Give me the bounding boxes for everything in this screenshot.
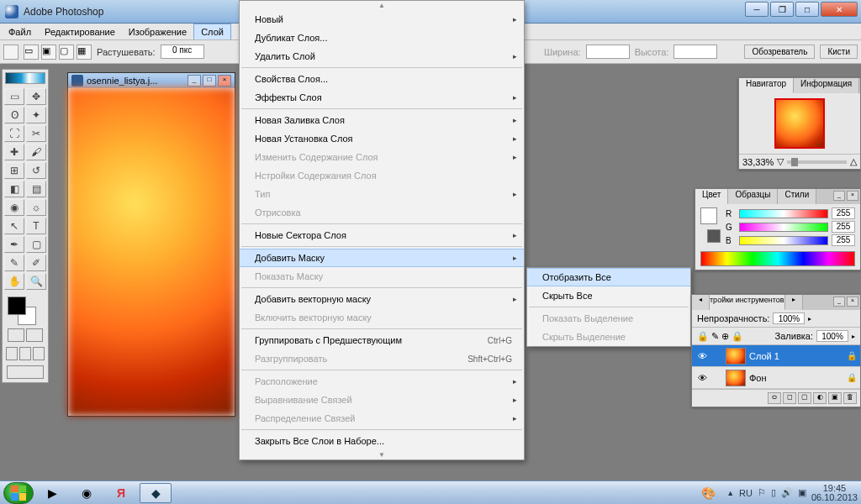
close-button[interactable]: ✕ — [821, 2, 858, 17]
tool-dodge[interactable]: ☼ — [26, 199, 46, 216]
colour-value[interactable]: 255 — [832, 207, 855, 219]
tool-type[interactable]: T — [26, 218, 46, 234]
opt-sel-rect[interactable]: ▭ — [24, 45, 39, 60]
panel-close[interactable]: × — [847, 191, 858, 201]
tray-lang[interactable]: RU — [739, 488, 753, 498]
tool-history[interactable]: ↺ — [26, 162, 46, 179]
doc-close[interactable]: × — [218, 75, 231, 87]
menu-item[interactable]: Группировать с ПредшествующимCtrl+G — [240, 331, 524, 349]
maximize-button[interactable]: □ — [795, 2, 819, 17]
tab-tool-opts[interactable]: тройки инструментов — [710, 295, 785, 310]
width-field[interactable] — [586, 45, 630, 59]
menu-edit[interactable]: Редактирование — [38, 24, 122, 39]
tool-stamp[interactable]: ⊞ — [4, 162, 24, 179]
jump-to-ir[interactable] — [7, 365, 44, 379]
menu-layer[interactable]: Слой — [193, 24, 231, 39]
height-field[interactable] — [673, 45, 717, 59]
colour-spectrum[interactable] — [700, 251, 855, 266]
tray-vol-icon[interactable]: 🔊 — [781, 487, 793, 498]
colour-swatches[interactable] — [6, 295, 45, 323]
tool-lasso[interactable]: ʘ — [4, 107, 24, 123]
tab-browser[interactable]: Обозреватель — [744, 45, 815, 59]
menu-image[interactable]: Изображение — [122, 24, 193, 39]
colour-slider[interactable] — [739, 223, 828, 232]
system-tray[interactable]: ▲ RU ⚐ ▯ 🔊 ▣ 19:45 06.10.2013 — [726, 484, 858, 502]
menu-scroll-down[interactable]: ▼ — [240, 450, 524, 459]
submenu-item[interactable]: Отобразить Все — [527, 268, 690, 286]
tool-blur[interactable]: ◉ — [4, 199, 24, 216]
tab-brushes[interactable]: Кисти — [820, 45, 858, 59]
zoom-out-icon[interactable]: ▽ — [777, 156, 784, 167]
tool-pen[interactable]: ✒ — [4, 236, 24, 253]
fg-swatch[interactable] — [8, 297, 26, 315]
menu-item[interactable]: Дубликат Слоя... — [240, 29, 524, 47]
tool-zoom[interactable]: 🔍 — [26, 273, 46, 290]
tab-styles[interactable]: Стили — [778, 189, 816, 204]
layer-mask-btn[interactable]: ◻ — [783, 392, 796, 404]
menu-item[interactable]: Эффекты Слоя — [240, 88, 524, 107]
tool-eraser[interactable]: ◧ — [4, 181, 24, 197]
tab-prev[interactable]: ◂ — [692, 295, 710, 310]
tool-shape[interactable]: ▢ — [26, 236, 46, 253]
tool-heal[interactable]: ✚ — [4, 144, 24, 160]
panel-close2[interactable]: × — [847, 297, 858, 307]
visibility-icon[interactable]: 👁 — [695, 349, 709, 363]
visibility-icon[interactable]: 👁 — [695, 371, 709, 385]
tool-eyedrop[interactable]: ✐ — [26, 255, 46, 271]
layer-row[interactable]: 👁Фон🔒 — [692, 367, 860, 389]
tray-clock[interactable]: 19:45 06.10.2013 — [811, 484, 858, 502]
colour-slider[interactable] — [739, 209, 828, 218]
colour-value[interactable]: 255 — [832, 221, 855, 233]
panel-min[interactable]: _ — [833, 191, 845, 201]
layer-new-btn[interactable]: ▣ — [828, 392, 842, 404]
layer-style-btn[interactable]: ѻ — [768, 392, 781, 404]
canvas[interactable] — [68, 88, 235, 416]
taskbar-media[interactable]: ▶ — [36, 483, 68, 503]
start-button[interactable] — [3, 482, 34, 504]
doc-max[interactable]: □ — [203, 75, 216, 87]
tool-path[interactable]: ↖ — [4, 218, 24, 234]
layer-thumb[interactable] — [726, 348, 746, 365]
menu-item[interactable]: Новый — [240, 10, 524, 29]
taskbar-paint[interactable]: 🎨 — [692, 483, 724, 503]
opt-sel-int[interactable]: ▦ — [77, 45, 92, 60]
screen-mode-3[interactable] — [33, 347, 45, 360]
tool-wand[interactable]: ✦ — [26, 107, 46, 123]
zoom-in-icon[interactable]: △ — [850, 156, 857, 167]
menu-item[interactable]: Новая Заливка Слоя — [240, 111, 524, 129]
mode-standard[interactable] — [8, 328, 24, 342]
submenu-item[interactable]: Скрыть Все — [527, 286, 690, 305]
menu-item[interactable]: Свойства Слоя... — [240, 70, 524, 88]
fill-field[interactable] — [816, 330, 848, 342]
tool-crop[interactable]: ⛶ — [4, 125, 24, 142]
taskbar-yandex[interactable]: Я — [105, 483, 137, 503]
tool-slice[interactable]: ✂ — [26, 125, 46, 142]
tray-flag-icon[interactable]: ⚐ — [758, 487, 766, 498]
tray-more-icon[interactable]: ▲ — [726, 489, 734, 497]
feather-value[interactable]: 0 пкс — [161, 45, 204, 59]
layer-del-btn[interactable]: 🗑 — [843, 392, 857, 404]
menu-item[interactable]: Новые Сектора Слоя — [240, 226, 524, 244]
tab-swatches[interactable]: Образцы — [728, 189, 778, 204]
tool-marquee[interactable]: ▭ — [4, 88, 24, 105]
lock-icons[interactable]: 🔒 ✎ ⊕ 🔒 — [697, 331, 743, 342]
menu-file[interactable]: Файл — [2, 24, 38, 39]
layer-row[interactable]: 👁Слой 1🔒 — [692, 345, 860, 367]
opacity-field[interactable] — [773, 312, 805, 324]
opt-sel-sub[interactable]: ▢ — [59, 45, 74, 60]
layer-thumb[interactable] — [726, 370, 746, 386]
menu-item[interactable]: Добавить Маску — [240, 249, 524, 267]
menu-scroll-up[interactable]: ▲ — [240, 1, 524, 10]
screen-mode-2[interactable] — [19, 347, 31, 360]
taskbar-photoshop[interactable]: ◆ — [140, 483, 172, 503]
colour-fg[interactable] — [700, 207, 717, 224]
menu-item[interactable]: Закрыть Все Слои в Наборе... — [240, 432, 524, 450]
menu-item[interactable]: Добавить векторную маску — [240, 290, 524, 308]
tab-navigator[interactable]: Навигатор — [739, 78, 794, 93]
tool-gradient[interactable]: ▤ — [26, 181, 46, 197]
tool-hand[interactable]: ✋ — [4, 273, 24, 290]
tab-info[interactable]: Информация — [794, 78, 859, 93]
tab-next[interactable]: ▸ — [785, 295, 803, 310]
document-titlebar[interactable]: osennie_listya.j... _ □ × — [68, 73, 235, 88]
screen-mode-1[interactable] — [6, 347, 18, 360]
